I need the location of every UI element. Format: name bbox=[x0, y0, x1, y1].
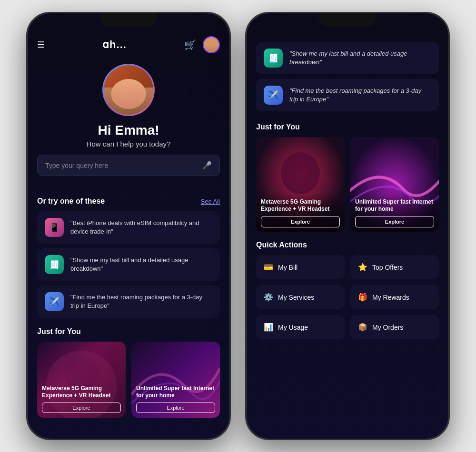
top-offers-label: Top Offers bbox=[372, 264, 403, 271]
suggestion-card-2[interactable]: ✈️ "Find me the best roaming packages fo… bbox=[37, 285, 220, 318]
suggestion-icon-0: 📱 bbox=[45, 218, 64, 237]
promo-cards-row: Metaverse 5G Gaming Experience + VR Head… bbox=[37, 342, 220, 418]
suggestion-card-1[interactable]: 🧾 "Show me my last bill and a detailed u… bbox=[37, 248, 220, 281]
my-rewards-button[interactable]: 🎁 My Rewards bbox=[350, 285, 439, 309]
top-offers-button[interactable]: ⭐ Top Offers bbox=[350, 255, 439, 279]
my-orders-button[interactable]: 📦 My Orders bbox=[350, 315, 439, 339]
just-for-you-section: Just for You Metaverse 5G Gaming Experie… bbox=[28, 327, 229, 418]
quick-actions-label: Quick Actions bbox=[247, 234, 448, 255]
my-bill-label: My Bill bbox=[278, 264, 298, 271]
right-content: 🧾 "Show me my last bill and a detailed u… bbox=[247, 32, 448, 349]
right-gaming-overlay: Metaverse 5G Gaming Experience + VR Head… bbox=[256, 194, 345, 232]
right-cards-row: Metaverse 5G Gaming Experience + VR Head… bbox=[247, 137, 448, 232]
quick-actions: 💳 My Bill ⭐ Top Offers ⚙️ My Services bbox=[247, 255, 448, 339]
gift-icon: 🎁 bbox=[358, 293, 367, 302]
right-notch bbox=[319, 13, 376, 27]
my-bill-button[interactable]: 💳 My Bill bbox=[256, 255, 345, 279]
svg-point-3 bbox=[281, 152, 320, 194]
greeting: Hi Emma! bbox=[98, 123, 159, 138]
right-internet-overlay: Unlimited Super fast Internet for your h… bbox=[350, 194, 439, 232]
bill-icon: 💳 bbox=[264, 263, 273, 272]
right-explore-gaming-button[interactable]: Explore bbox=[261, 216, 340, 227]
user-section: Hi Emma! How can I help you today? Type … bbox=[28, 59, 229, 197]
my-services-button[interactable]: ⚙️ My Services bbox=[256, 285, 345, 309]
my-rewards-label: My Rewards bbox=[372, 294, 409, 301]
menu-icon[interactable]: ☰ bbox=[37, 39, 45, 50]
help-text: How can I help you today? bbox=[87, 140, 171, 148]
suggestion-icon-2: ✈️ bbox=[45, 292, 64, 311]
suggestion-icon-1: 🧾 bbox=[45, 255, 64, 274]
suggestions-title: Or try one of these bbox=[37, 197, 105, 206]
top-bar: ☰ ɑh... 🛒 bbox=[28, 32, 229, 59]
right-suggestion-icon-0: 🧾 bbox=[264, 49, 283, 68]
suggestion-text-0: "Best iPhone deals with eSIM compatibili… bbox=[70, 219, 212, 236]
cart-icon[interactable]: 🛒 bbox=[184, 39, 196, 50]
right-internet-title: Unlimited Super fast Internet for your h… bbox=[355, 198, 434, 213]
star-icon: ⭐ bbox=[358, 263, 367, 272]
promo-card-internet[interactable]: Unlimited Super fast Internet for your h… bbox=[131, 342, 220, 418]
my-services-label: My Services bbox=[278, 294, 314, 301]
suggestions-header: Or try one of these See All bbox=[28, 197, 229, 206]
actions-grid: 💳 My Bill ⭐ Top Offers ⚙️ My Services bbox=[256, 255, 439, 339]
my-usage-label: My Usage bbox=[278, 324, 308, 331]
right-explore-internet-button[interactable]: Explore bbox=[355, 216, 434, 227]
right-phone: 🧾 "Show me my last bill and a detailed u… bbox=[245, 12, 450, 440]
my-usage-button[interactable]: 📊 My Usage bbox=[256, 315, 345, 339]
package-icon: 📦 bbox=[358, 323, 367, 332]
promo-card-content-gaming: Metaverse 5G Gaming Experience + VR Head… bbox=[37, 380, 126, 418]
avatar[interactable] bbox=[203, 36, 220, 53]
avatar-face bbox=[204, 37, 219, 52]
search-bar[interactable]: Type your query here 🎤 bbox=[37, 155, 220, 176]
right-suggestion-text-1: "Find me the best roaming packages for a… bbox=[289, 87, 431, 104]
left-phone: ☰ ɑh... 🛒 Hi Emma! How c bbox=[26, 12, 231, 440]
right-suggestion-icon-1: ✈️ bbox=[264, 86, 283, 105]
right-suggestion-text-0: "Show me my last bill and a detailed usa… bbox=[289, 49, 431, 67]
mic-icon[interactable]: 🎤 bbox=[202, 161, 212, 170]
user-avatar bbox=[102, 64, 155, 116]
right-gaming-title: Metaverse 5G Gaming Experience + VR Head… bbox=[261, 198, 340, 213]
scene: ☰ ɑh... 🛒 Hi Emma! How c bbox=[0, 0, 476, 452]
promo-card-content-internet: Unlimited Super fast Internet for your h… bbox=[131, 380, 220, 418]
search-placeholder: Type your query here bbox=[45, 162, 108, 169]
suggestion-text-1: "Show me my last bill and a detailed usa… bbox=[70, 256, 212, 273]
see-all-link[interactable]: See All bbox=[201, 198, 220, 205]
right-promo-gaming[interactable]: Metaverse 5G Gaming Experience + VR Head… bbox=[256, 137, 345, 232]
gear-icon: ⚙️ bbox=[264, 293, 273, 302]
right-suggestion-1[interactable]: ✈️ "Find me the best roaming packages fo… bbox=[256, 79, 439, 111]
right-promo-internet[interactable]: Unlimited Super fast Internet for your h… bbox=[350, 137, 439, 232]
suggestion-text-2: "Find me the best roaming packages for a… bbox=[70, 293, 212, 310]
right-just-for-you-label: Just for You bbox=[247, 116, 448, 137]
top-right: 🛒 bbox=[184, 36, 220, 53]
logo: ɑh... bbox=[102, 39, 127, 51]
right-screen: 🧾 "Show me my last bill and a detailed u… bbox=[247, 13, 448, 439]
avatar-face-circle bbox=[111, 79, 146, 108]
explore-gaming-button[interactable]: Explore bbox=[42, 403, 121, 413]
my-orders-label: My Orders bbox=[372, 324, 403, 331]
just-for-you-label: Just for You bbox=[37, 327, 220, 336]
left-notch bbox=[100, 13, 157, 27]
promo-card-gaming[interactable]: Metaverse 5G Gaming Experience + VR Head… bbox=[37, 342, 126, 418]
promo-card-title-internet: Unlimited Super fast Internet for your h… bbox=[136, 385, 215, 400]
user-avatar-inner bbox=[104, 65, 153, 115]
right-suggestion-0[interactable]: 🧾 "Show me my last bill and a detailed u… bbox=[256, 42, 439, 74]
explore-internet-button[interactable]: Explore bbox=[136, 403, 215, 413]
suggestion-card-0[interactable]: 📱 "Best iPhone deals with eSIM compatibi… bbox=[37, 211, 220, 244]
promo-card-title-gaming: Metaverse 5G Gaming Experience + VR Head… bbox=[42, 385, 121, 400]
chart-icon: 📊 bbox=[264, 323, 273, 332]
left-screen: ☰ ɑh... 🛒 Hi Emma! How c bbox=[28, 13, 229, 439]
